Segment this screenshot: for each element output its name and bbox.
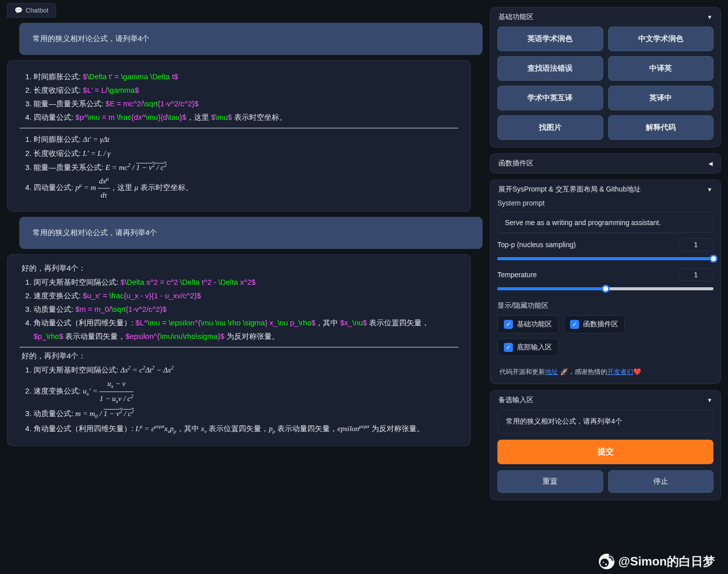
toggle-chip-row: ✓ 基础功能区 ✓ 函数插件区 [497,315,713,333]
chat-area: 💬 Chatbot 常用的狭义相对论公式，请列举4个 时间膨胀公式: $\Del… [0,0,490,574]
bot-rendered-list: 闵可夫斯基时空间隔公式: Δs2 = c2Δt2 − Δx2 速度变换公式: u… [20,363,458,437]
toggle-section-heading: 显示/隐藏功能区 [497,301,713,310]
heart-icon: ❤️ [633,368,641,375]
user-message: 常用的狭义相对论公式，请列举4个 [19,23,483,55]
list-item: 四动量公式: pμ = m dxμdτ，这里 μ 表示时空坐标。 [34,174,458,202]
checkbox-checked-icon: ✓ [504,343,513,352]
reset-button[interactable]: 重置 [497,470,603,493]
fn-find-image-button[interactable]: 找图片 [497,115,603,140]
basic-functions-panel: 基础功能区 ▼ 英语学术润色 中文学术润色 查找语法错误 中译英 学术中英互译 … [490,7,721,147]
function-button-grid: 英语学术润色 中文学术润色 查找语法错误 中译英 学术中英互译 英译中 找图片 … [497,27,713,140]
toggle-bottom-input-chip[interactable]: ✓ 底部输入区 [497,338,559,356]
bot-message: 好的，再列举4个： 闵可夫斯基时空间隔公式: $\Delta s^2 = c^2… [7,254,471,446]
list-item: 速度变换公式: $u_x' = \frac{u_x - v}{1 - u_xv/… [34,289,458,302]
rocket-icon: 🚀 [560,368,568,375]
topp-slider[interactable] [497,254,713,263]
stop-button[interactable]: 停止 [608,470,714,493]
list-item: 长度收缩公式: $L' = L/\gamma$ [34,83,458,97]
plugin-panel-header[interactable]: 函数插件区 ◀ [490,154,720,173]
repo-link[interactable]: 地址 [545,368,558,375]
sysprompt-label: System prompt [497,199,713,207]
toggle-basic-chip[interactable]: ✓ 基础功能区 [497,315,559,333]
bot-rendered-lead: 好的，再列举4个： [20,351,458,361]
fn-chinese-polish-button[interactable]: 中文学术润色 [608,27,714,51]
temperature-label: Temperature [497,271,537,279]
fn-en-to-zh-button[interactable]: 英译中 [608,86,714,110]
chevron-down-icon: ▼ [707,14,712,20]
chevron-down-icon: ▼ [707,397,712,403]
basic-functions-header[interactable]: 基础功能区 ▼ [490,8,720,27]
footer-note: 代码开源和更新地址 🚀，感谢热情的开发者们❤️ [497,365,713,376]
fn-academic-translate-button[interactable]: 学术中英互译 [497,86,603,110]
fn-zh-to-en-button[interactable]: 中译英 [608,56,714,81]
list-item: 四动量公式: $p^\mu = m \frac{dx^\mu}{d\tau}$，… [34,110,458,124]
alt-input-header[interactable]: 备选输入区 ▼ [490,391,720,410]
toggle-chip-row: ✓ 底部输入区 [497,338,713,356]
list-item: 能量—质量关系公式: $E = mc^2/\sqrt{1-v^2/c^2}$ [34,97,458,110]
temperature-slider[interactable] [497,284,713,293]
list-item: 动质量公式: m = m0 / 1 − v2 / c2 [34,407,458,422]
chat-tab[interactable]: 💬 Chatbot [7,3,56,18]
alt-input-field[interactable]: 常用的狭义相对论公式，请再列举4个 [497,410,713,434]
list-item: 能量—质量关系公式: E = mc2 / 1 − v2 / c2 [34,160,458,174]
checkbox-checked-icon: ✓ [504,320,513,329]
list-item: 闵可夫斯基时空间隔公式: $\Delta s^2 = c^2 \Delta t^… [34,275,458,289]
panel-title: 基础功能区 [498,13,533,22]
list-item: 时间膨胀公式: Δt′ = γΔt [34,132,458,146]
sysprompt-input[interactable]: Serve me as a writing and programming as… [497,212,713,233]
checkbox-checked-icon: ✓ [570,320,579,329]
divider [20,128,458,128]
topp-value[interactable]: 1 [678,238,713,251]
topp-label: Top-p (nucleus sampling) [497,241,576,249]
panel-title: 展开SysPrompt & 交互界面布局 & Github地址 [498,185,641,194]
panel-title: 函数插件区 [498,159,533,168]
bot-rendered-list: 时间膨胀公式: Δt′ = γΔt 长度收缩公式: L′ = L / γ 能量—… [20,132,458,202]
bot-lead: 好的，再列举4个： [20,264,458,273]
bot-raw-list: 时间膨胀公式: $\Delta t' = \gamma \Delta t$ 长度… [20,70,458,124]
developers-link[interactable]: 开发者们 [607,368,633,375]
user-message-text: 常用的狭义相对论公式，请列举4个 [33,34,149,43]
temperature-value[interactable]: 1 [678,268,713,281]
list-item: 时间膨胀公式: $\Delta t' = \gamma \Delta t$ [34,70,458,83]
chevron-down-icon: ▼ [707,186,712,193]
alt-input-panel: 备选输入区 ▼ 常用的狭义相对论公式，请再列举4个 提交 重置 停止 [490,390,721,500]
list-item: 角动量公式（利用四维矢量）: $L^\mu = \epsilon^{\mu \n… [34,316,458,343]
list-item: 长度收缩公式: L′ = L / γ [34,146,458,160]
bot-message: 时间膨胀公式: $\Delta t' = \gamma \Delta t$ 长度… [7,60,471,212]
bot-raw-list: 闵可夫斯基时空间隔公式: $\Delta s^2 = c^2 \Delta t^… [20,275,458,343]
advanced-panel: 展开SysPrompt & 交互界面布局 & Github地址 ▼ System… [490,179,721,384]
fn-explain-code-button[interactable]: 解释代码 [608,115,714,140]
list-item: 速度变换公式: ux′ = ux − v1 − uxv / c2 [34,377,458,407]
list-item: 角动量公式（利用四维矢量）: Lμ = εμνρσxνpρ，其中 xν 表示位置… [34,422,458,437]
fn-grammar-check-button[interactable]: 查找语法错误 [497,56,603,81]
user-message-text: 常用的狭义相对论公式，请再列举4个 [33,228,157,237]
user-message: 常用的狭义相对论公式，请再列举4个 [19,217,483,249]
plugin-panel: 函数插件区 ◀ [490,153,721,173]
chevron-left-icon: ◀ [708,160,712,167]
panel-title: 备选输入区 [498,396,533,405]
toggle-plugin-chip[interactable]: ✓ 函数插件区 [564,315,625,333]
divider [20,347,458,347]
list-item: 动质量公式: $m = m_0/\sqrt{1-v^2/c^2}$ [34,302,458,316]
list-item: 闵可夫斯基时空间隔公式: Δs2 = c2Δt2 − Δx2 [34,363,458,377]
sidebar: 基础功能区 ▼ 英语学术润色 中文学术润色 查找语法错误 中译英 学术中英互译 … [490,0,728,574]
chat-icon: 💬 [15,7,23,14]
submit-button[interactable]: 提交 [497,440,713,464]
chat-tab-label: Chatbot [26,7,49,14]
fn-english-polish-button[interactable]: 英语学术润色 [497,27,603,51]
advanced-panel-header[interactable]: 展开SysPrompt & 交互界面布局 & Github地址 ▼ [490,180,720,199]
